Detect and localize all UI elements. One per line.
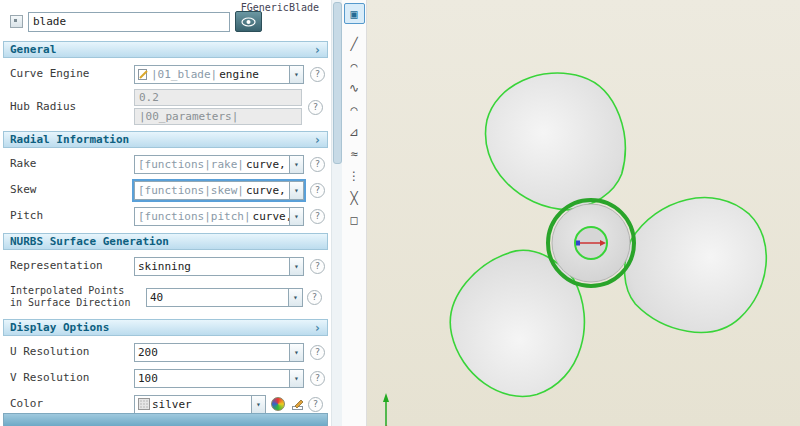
edit-color-button[interactable] bbox=[289, 396, 306, 412]
arc-icon: ⌒ bbox=[350, 59, 357, 73]
points-tool[interactable]: ⋮ bbox=[345, 166, 364, 185]
interpolated-points-row: Interpolated Points in Surface Direction… bbox=[0, 279, 331, 315]
help-icon[interactable]: ? bbox=[310, 67, 325, 82]
object-type-title: FGenericBlade bbox=[241, 2, 319, 13]
spline-icon: ∿ bbox=[349, 81, 359, 95]
section-header-general[interactable]: General › bbox=[3, 41, 328, 58]
eye-icon bbox=[241, 17, 256, 27]
help-icon[interactable]: ? bbox=[308, 397, 323, 412]
palette-icon bbox=[271, 397, 285, 411]
select-icon: ▣ bbox=[350, 7, 357, 21]
pen-icon: ╱ bbox=[350, 37, 357, 51]
triangle-icon: ⊿ bbox=[349, 125, 359, 139]
hub-radius-label: Hub Radius bbox=[10, 100, 130, 113]
triangle-tool[interactable]: ⊿ bbox=[345, 122, 364, 141]
interpolated-points-dropdown[interactable]: ▾ bbox=[288, 289, 302, 306]
help-icon[interactable]: ? bbox=[310, 209, 325, 224]
scrollbar-thumb[interactable] bbox=[333, 2, 342, 164]
visibility-toggle-button[interactable] bbox=[235, 11, 262, 32]
pitch-label: Pitch bbox=[10, 209, 130, 222]
hub-radius-link-field: |00_parameters| bbox=[134, 108, 302, 125]
skew-label: Skew bbox=[10, 183, 130, 196]
engine-doc-icon bbox=[138, 68, 149, 80]
name-input[interactable] bbox=[28, 12, 230, 32]
rake-field[interactable]: [functions|rake|curve, 1] ▾ bbox=[134, 155, 304, 174]
curve-engine-row: Curve Engine |01_blade|engine ▾ ? bbox=[0, 61, 331, 87]
section-header-display-options[interactable]: Display Options › bbox=[3, 319, 328, 336]
u-resolution-row: U Resolution 200 ▾ ? bbox=[0, 339, 331, 365]
representation-row: Representation skinning ▾ ? bbox=[0, 253, 331, 279]
representation-dropdown[interactable]: ▾ bbox=[289, 258, 303, 275]
interpolated-points-field[interactable]: 40 ▾ bbox=[146, 288, 303, 307]
color-field[interactable]: silver ▾ bbox=[134, 395, 266, 414]
cross-tool[interactable]: ╳ bbox=[345, 188, 364, 207]
pencil-icon bbox=[291, 397, 305, 411]
rect-tool[interactable]: □ bbox=[345, 210, 364, 229]
chevron-right-icon: › bbox=[314, 322, 321, 334]
help-icon[interactable]: ? bbox=[310, 345, 325, 360]
color-label: Color bbox=[10, 397, 130, 410]
color-dropdown[interactable]: ▾ bbox=[251, 396, 265, 413]
help-icon[interactable]: ? bbox=[310, 259, 325, 274]
u-resolution-field[interactable]: 200 ▾ bbox=[134, 343, 304, 362]
pitch-row: Pitch [functions|pitch|curve, 2] ▾ ? bbox=[0, 203, 331, 229]
curve-tool[interactable]: ◠ bbox=[345, 100, 364, 119]
z-axis-marker-icon bbox=[576, 241, 580, 246]
curve-engine-dropdown[interactable]: ▾ bbox=[289, 66, 303, 83]
interpolated-points-label: Interpolated Points in Surface Direction bbox=[10, 285, 142, 309]
pitch-dropdown[interactable]: ▾ bbox=[289, 208, 303, 225]
pen-tool[interactable]: ╱ bbox=[345, 34, 364, 53]
help-icon[interactable]: ? bbox=[308, 100, 323, 115]
app-window: FGenericBlade General › Curve Engine bbox=[0, 0, 800, 426]
skew-row: Skew [functions|skew|curve, 0.7] ▾ ? bbox=[0, 177, 331, 203]
wave-tool[interactable]: ≈ bbox=[345, 144, 364, 163]
rect-icon: □ bbox=[350, 213, 357, 227]
section-header-nurbs-surface-generation[interactable]: NURBS Surface Generation bbox=[3, 233, 328, 250]
section-header-radial-information[interactable]: Radial Information › bbox=[3, 131, 328, 148]
v-resolution-label: V Resolution bbox=[10, 371, 130, 384]
curve-engine-label: Curve Engine bbox=[10, 67, 130, 80]
v-resolution-field[interactable]: 100 ▾ bbox=[134, 369, 304, 388]
curve-engine-field[interactable]: |01_blade|engine ▾ bbox=[134, 65, 304, 84]
properties-panel: FGenericBlade General › Curve Engine bbox=[0, 0, 331, 426]
arc-tool[interactable]: ⌒ bbox=[345, 56, 364, 75]
u-resolution-label: U Resolution bbox=[10, 345, 130, 358]
curve-icon: ◠ bbox=[350, 103, 357, 117]
skew-dropdown[interactable]: ▾ bbox=[289, 182, 303, 199]
tool-strip: ▣ ╱ ⌒ ∿ ◠ ⊿ ≈ ⋮ ╳ □ bbox=[342, 0, 367, 426]
hub-radius-row: Hub Radius 0.2 |00_parameters| ? bbox=[0, 87, 331, 127]
cross-icon: ╳ bbox=[350, 191, 357, 205]
select-tool[interactable]: ▣ bbox=[344, 3, 365, 24]
viewport-canvas[interactable] bbox=[367, 0, 800, 426]
rake-label: Rake bbox=[10, 157, 130, 170]
spline-tool[interactable]: ∿ bbox=[345, 78, 364, 97]
color-palette-button[interactable] bbox=[269, 396, 286, 412]
u-resolution-dropdown[interactable]: ▾ bbox=[289, 344, 303, 361]
help-icon[interactable]: ? bbox=[310, 183, 325, 198]
rake-dropdown[interactable]: ▾ bbox=[289, 156, 303, 173]
pitch-field[interactable]: [functions|pitch|curve, 2] ▾ bbox=[134, 207, 304, 226]
v-resolution-dropdown[interactable]: ▾ bbox=[289, 370, 303, 387]
help-icon[interactable]: ? bbox=[307, 290, 322, 305]
object-icon bbox=[10, 15, 23, 28]
help-icon[interactable]: ? bbox=[310, 371, 325, 386]
rake-row: Rake [functions|rake|curve, 1] ▾ ? bbox=[0, 151, 331, 177]
hub-radius-value-field: 0.2 bbox=[134, 89, 302, 106]
help-icon[interactable]: ? bbox=[310, 157, 325, 172]
chevron-right-icon: › bbox=[314, 134, 321, 146]
viewport-3d[interactable] bbox=[367, 0, 800, 426]
skew-field[interactable]: [functions|skew|curve, 0.7] ▾ bbox=[134, 181, 304, 200]
color-swatch bbox=[138, 398, 150, 410]
wave-icon: ≈ bbox=[350, 147, 357, 161]
points-icon: ⋮ bbox=[348, 169, 360, 183]
v-resolution-row: V Resolution 100 ▾ ? bbox=[0, 365, 331, 391]
representation-field[interactable]: skinning ▾ bbox=[134, 257, 304, 276]
chevron-right-icon: › bbox=[314, 44, 321, 56]
next-section-header-partial[interactable] bbox=[3, 413, 328, 426]
representation-label: Representation bbox=[10, 259, 130, 272]
